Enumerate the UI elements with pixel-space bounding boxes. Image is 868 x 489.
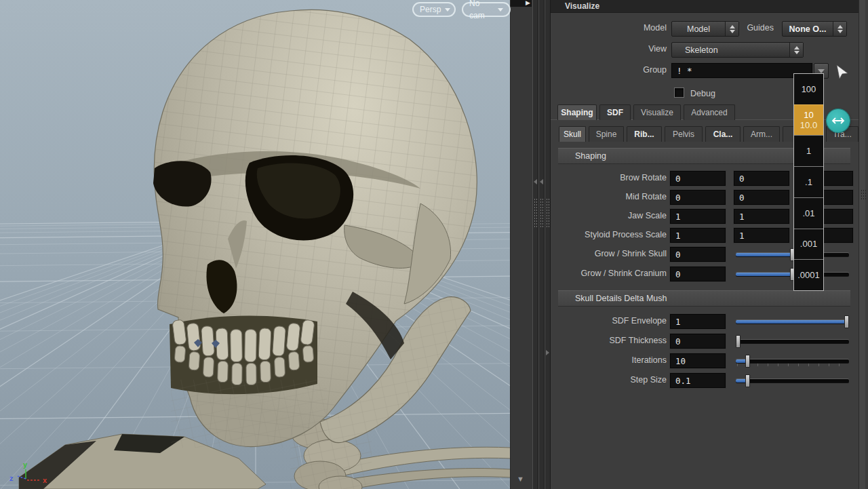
tab-advanced[interactable]: Advanced: [684, 104, 735, 120]
view-dropdown[interactable]: Skeleton: [671, 42, 804, 58]
param-label: Step Size: [551, 375, 667, 385]
slider-track[interactable]: [736, 359, 849, 363]
pane-splitter[interactable]: [538, 0, 545, 489]
param-field[interactable]: 1: [734, 228, 789, 243]
tab-spine[interactable]: Spine: [589, 126, 624, 142]
splitter-grip[interactable]: [534, 198, 537, 228]
param-slider[interactable]: [736, 353, 849, 370]
camera-select-label: No cam: [469, 0, 494, 22]
param-slider[interactable]: [736, 314, 849, 330]
splitter-collapse-left-icon[interactable]: [540, 179, 543, 184]
param-label: Jaw Scale: [551, 211, 667, 220]
splitter-collapse-left-icon[interactable]: [534, 179, 537, 184]
guides-dropdown[interactable]: None O...: [782, 21, 847, 37]
param-field[interactable]: 0: [670, 247, 726, 262]
slider-track[interactable]: [736, 379, 849, 383]
ladder-step[interactable]: .0001: [794, 259, 823, 290]
param-slider[interactable]: [736, 247, 849, 263]
param-field[interactable]: 1: [734, 209, 789, 224]
panel-edge-gutter[interactable]: [859, 0, 868, 489]
ladder-step[interactable]: 100: [794, 74, 823, 104]
pane-splitter[interactable]: [532, 0, 538, 489]
toolbar-scroll-down-icon[interactable]: ▼: [517, 475, 524, 483]
section-header[interactable]: Skull Details Delta Mush: [558, 290, 850, 307]
tab-shaping[interactable]: Shaping: [557, 104, 597, 120]
param-row: SDF Thickness0: [551, 334, 859, 350]
ladder-current-value: 10.0: [800, 120, 817, 130]
ladder-step-value: .01: [802, 208, 814, 218]
splitter-grip[interactable]: [540, 198, 543, 228]
param-field[interactable]: 0.1: [670, 373, 726, 388]
ladder-step[interactable]: .01: [794, 197, 823, 229]
splitter-grip[interactable]: [546, 198, 549, 228]
model-row: Model Model Guides None O...: [551, 21, 859, 37]
param-field[interactable]: 0: [670, 171, 726, 186]
slider-ticks: [737, 364, 849, 366]
debug-label: Debug: [690, 89, 731, 98]
camera-persp-button[interactable]: Persp: [412, 2, 456, 17]
tab-cla[interactable]: Cla...: [705, 126, 741, 142]
spinner-icon[interactable]: [725, 22, 738, 36]
spinner-icon[interactable]: [833, 22, 846, 36]
group-input[interactable]: ! *: [671, 63, 812, 78]
tab-visualize[interactable]: Visualize: [633, 104, 681, 120]
ladder-step-active[interactable]: 1010.0: [794, 104, 823, 136]
gutter-track: [865, 0, 868, 489]
slider-handle[interactable]: [745, 374, 750, 387]
param-slider[interactable]: [736, 267, 849, 283]
ladder-step[interactable]: .001: [794, 229, 823, 260]
select-arrow-button[interactable]: [835, 64, 850, 80]
param-label: Styloid Process Scale: [551, 230, 667, 239]
ladder-step[interactable]: .1: [794, 166, 823, 197]
ladder-step[interactable]: 1: [794, 135, 823, 166]
guides-value: None O...: [783, 24, 833, 34]
param-label: SDF Thickness: [551, 336, 667, 345]
param-field[interactable]: 10: [670, 353, 726, 368]
view-row: View Skeleton: [551, 42, 859, 58]
param-field[interactable]: 0: [734, 190, 789, 205]
param-field[interactable]: 0: [734, 171, 789, 186]
param-field[interactable]: 1: [670, 314, 726, 329]
slider-handle[interactable]: [844, 315, 849, 328]
chevron-down-icon: [818, 69, 825, 73]
param-slider[interactable]: [736, 373, 849, 389]
param-field[interactable]: 0: [670, 334, 726, 349]
slider-fill: [736, 253, 793, 256]
scrub-cursor-icon: [827, 109, 850, 132]
model-dropdown[interactable]: Model: [671, 21, 739, 37]
ladder-step-value: .001: [800, 239, 817, 249]
param-field[interactable]: 0: [670, 190, 726, 205]
viewport-3d[interactable]: Persp No cam y z x: [0, 0, 511, 489]
slider-fill: [736, 320, 847, 324]
tab-pelvis[interactable]: Pelvis: [665, 126, 703, 142]
tab-sdf[interactable]: SDF: [599, 104, 631, 120]
axis-gizmo: y z x: [3, 458, 56, 487]
spinner-icon[interactable]: [789, 43, 803, 57]
chevron-down-icon: [445, 8, 450, 12]
tab-rib[interactable]: Rib...: [627, 126, 662, 142]
camera-select-button[interactable]: No cam: [462, 2, 511, 17]
param-field[interactable]: 1: [670, 209, 726, 224]
camera-persp-label: Persp: [420, 3, 441, 16]
param-slider[interactable]: [736, 334, 849, 350]
gutter-grip[interactable]: [861, 189, 867, 201]
tab-arm[interactable]: Arm...: [743, 126, 780, 142]
svg-text:z: z: [9, 474, 14, 482]
ladder-step-value: 100: [802, 84, 816, 94]
tab-skull[interactable]: Skull: [559, 126, 586, 142]
debug-checkbox[interactable]: [674, 87, 684, 98]
param-field[interactable]: 1: [670, 228, 726, 243]
slider-handle[interactable]: [745, 355, 750, 368]
slider-track[interactable]: [736, 340, 849, 343]
splitter-collapse-right-icon[interactable]: [546, 350, 549, 355]
view-label: View: [551, 44, 667, 54]
param-field[interactable]: 0: [670, 267, 726, 281]
pane-splitter[interactable]: [545, 0, 551, 489]
svg-text:y: y: [23, 461, 28, 469]
pane-menu-button[interactable]: ▶: [511, 0, 532, 7]
param-label: Mid Rotate: [551, 192, 667, 201]
param-row: SDF Envelope1: [551, 314, 859, 330]
display-options-toolbar: 1212: [510, 0, 533, 489]
slider-handle[interactable]: [736, 335, 741, 348]
value-ladder[interactable]: 1001010.01.1.01.001.0001: [793, 73, 824, 291]
